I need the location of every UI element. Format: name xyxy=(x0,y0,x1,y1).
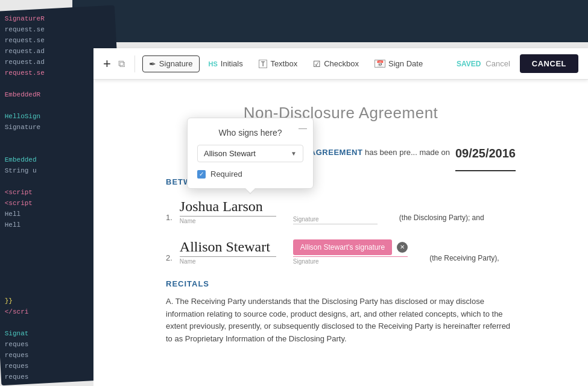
signer-dropdown[interactable]: Allison Stewart ▼ xyxy=(197,145,303,162)
allison-sig-close-button[interactable]: ✕ xyxy=(397,242,408,253)
signer1-row: 1. Joshua Larson Name Signature (the Dis… xyxy=(166,198,516,224)
required-label: Required xyxy=(210,169,242,179)
saved-status: SAVED xyxy=(457,60,481,68)
signer2-sig-label: Signature xyxy=(293,258,408,265)
initials-icon: HS xyxy=(209,60,218,68)
cancel-small-button[interactable]: Cancel xyxy=(485,59,510,68)
checkmark-icon: ✓ xyxy=(199,171,204,177)
signer1-name-label: Name xyxy=(180,218,276,224)
copy-button[interactable]: ⧉ xyxy=(118,59,125,69)
who-signs-title: Who signs here? xyxy=(197,128,303,138)
recitals-title: RECITALS xyxy=(166,279,516,288)
signer2-name: Allison Stewart xyxy=(180,239,276,257)
required-checkbox[interactable]: ✓ xyxy=(197,170,206,179)
toolbar: + ⧉ ✒ Signature HS Initials T Textbox ☑ … xyxy=(93,48,588,80)
textbox-icon: T xyxy=(259,60,268,68)
signature-icon: ✒ xyxy=(149,59,156,69)
preamble-text: has been pre... xyxy=(365,148,417,157)
toolbar-separator xyxy=(134,55,135,72)
dropdown-arrow-icon: ▼ xyxy=(291,150,297,157)
initials-label: Initials xyxy=(221,59,243,68)
checkbox-tool[interactable]: ☑ Checkbox xyxy=(306,55,365,72)
dark-header-bar xyxy=(72,0,588,42)
recitals-text: A. The Receiving Party understands that … xyxy=(166,296,516,346)
signature-tool[interactable]: ✒ Signature xyxy=(142,55,200,72)
signature-label: Signature xyxy=(159,59,193,68)
required-checkbox-row[interactable]: ✓ Required xyxy=(197,169,303,179)
textbox-tool[interactable]: T Textbox xyxy=(252,55,305,72)
popup-minimize-button[interactable]: — xyxy=(299,123,307,133)
add-field-button[interactable]: + xyxy=(103,57,111,71)
cancel-button[interactable]: CANCEL xyxy=(520,54,578,73)
agreement-date: 09/25/2016 xyxy=(455,147,516,171)
who-signs-popup: — Who signs here? Allison Stewart ▼ ✓ Re… xyxy=(187,118,314,189)
signer2-num: 2. xyxy=(166,253,172,262)
signer2-row: 2. Allison Stewart Name Allison Stewart'… xyxy=(166,239,516,265)
selected-signer: Allison Stewart xyxy=(204,149,256,158)
checkbox-icon: ☑ xyxy=(313,59,321,69)
popup-arrow xyxy=(245,188,255,193)
allison-sig-field-button[interactable]: Allison Stewart's signature xyxy=(293,239,392,255)
signer1-num: 1. xyxy=(166,213,172,222)
signer2-name-label: Name xyxy=(180,258,276,265)
signer1-name: Joshua Larson xyxy=(180,198,276,217)
document-area: Non-Disclosure Agreement THIS AGREEMENT … xyxy=(93,80,588,386)
sign-date-icon: 📅 xyxy=(375,60,385,68)
preamble-end: made on xyxy=(419,148,450,157)
sign-date-tool[interactable]: 📅 Sign Date xyxy=(368,55,429,72)
signer1-sig-label: Signature xyxy=(293,216,378,223)
textbox-label: Textbox xyxy=(270,59,297,68)
signer2-party: (the Receiving Party), xyxy=(429,254,499,262)
initials-tool[interactable]: HS Initials xyxy=(202,55,250,72)
signer1-party: (the Disclosing Party); and xyxy=(399,214,484,222)
sign-date-label: Sign Date xyxy=(388,59,423,68)
checkbox-label: Checkbox xyxy=(324,59,359,68)
